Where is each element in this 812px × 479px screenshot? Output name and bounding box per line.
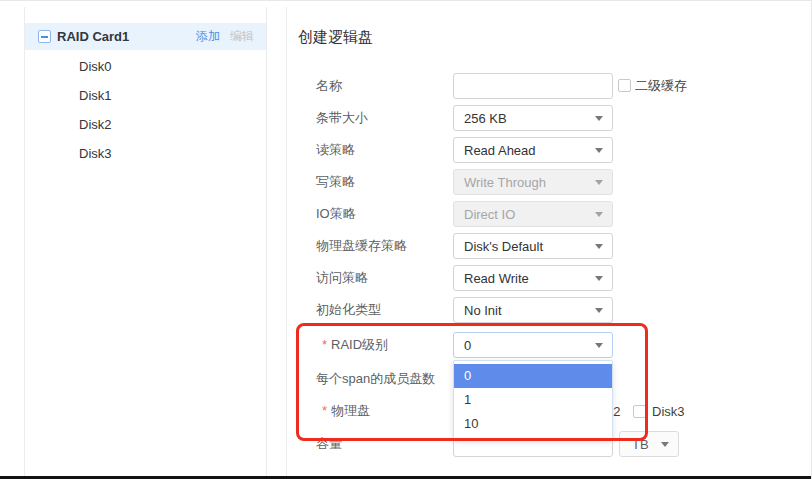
chevron-down-icon [595,116,603,121]
chevron-down-icon [595,308,603,313]
chevron-down-icon [595,148,603,153]
io-policy-row: IO策略 Direct IO [287,201,811,227]
chevron-down-icon [595,180,603,185]
physical-disks-label: *物理盘 [322,402,370,420]
page-title: 创建逻辑盘 [298,28,373,47]
read-policy-select[interactable]: Read Ahead [453,137,613,163]
raid-level-value: 0 [464,338,471,353]
name-row: 名称 二级缓存 [287,73,811,99]
create-logical-disk-panel: 创建逻辑盘 名称 二级缓存 条带大小 256 KB 读策略 Read Ahead [286,7,811,476]
stripe-size-label: 条带大小 [316,109,368,127]
init-type-select[interactable]: No Init [453,297,613,323]
raid-card-actions: 添加 编辑 [196,28,254,45]
physical-disk-option-disk3[interactable]: Disk3 [633,398,685,424]
raid-card-label: RAID Card1 [57,29,129,44]
write-policy-value: Write Through [464,175,546,190]
raid-card-node[interactable]: RAID Card1 添加 编辑 [25,23,266,50]
io-policy-value: Direct IO [464,207,515,222]
disk-cache-policy-select[interactable]: Disk's Default [453,233,613,259]
disk3-checkbox[interactable] [633,405,646,418]
access-policy-value: Read Write [464,271,529,286]
write-policy-row: 写策略 Write Through [287,169,811,195]
raid-level-option-10[interactable]: 10 [454,412,612,436]
sidebar-item-disk1[interactable]: Disk1 [25,81,266,110]
chevron-down-icon [595,244,603,249]
raid-level-option-0[interactable]: 0 [454,364,612,388]
io-policy-label: IO策略 [316,205,356,223]
raid-level-option-1[interactable]: 1 [454,388,612,412]
raid-level-select[interactable]: 0 [453,332,613,358]
access-policy-row: 访问策略 Read Write [287,265,811,291]
init-type-row: 初始化类型 No Init [287,297,811,323]
raid-level-dropdown-list: 0 1 10 [453,360,613,440]
read-policy-value: Read Ahead [464,143,536,158]
device-tree-sidebar: RAID Card1 添加 编辑 Disk0 Disk1 Disk2 Disk3 [24,7,267,476]
disk-cache-policy-value: Disk's Default [464,239,543,254]
access-policy-select[interactable]: Read Write [453,265,613,291]
io-policy-select: Direct IO [453,201,613,227]
raid-management-screen: RAID Card1 添加 编辑 Disk0 Disk1 Disk2 Disk3… [0,0,812,479]
chevron-down-icon [595,343,603,348]
stripe-size-select[interactable]: 256 KB [453,105,613,131]
chevron-down-icon [595,276,603,281]
stripe-size-value: 256 KB [464,111,507,126]
write-policy-select: Write Through [453,169,613,195]
write-policy-label: 写策略 [316,173,355,191]
capacity-unit-value: TB [632,437,649,452]
edit-link[interactable]: 编辑 [230,28,254,45]
add-link[interactable]: 添加 [196,28,220,45]
collapse-minus-icon[interactable] [38,30,51,43]
name-label: 名称 [316,77,342,95]
disk-cache-policy-row: 物理盘缓存策略 Disk's Default [287,233,811,259]
disk3-option-label: Disk3 [652,404,685,419]
sidebar-item-disk0[interactable]: Disk0 [25,52,266,81]
access-policy-label: 访问策略 [316,269,368,287]
sidebar-item-disk2[interactable]: Disk2 [25,110,266,139]
required-asterisk: * [322,337,327,352]
sidebar-item-disk3[interactable]: Disk3 [25,139,266,168]
stripe-size-row: 条带大小 256 KB [287,105,811,131]
chevron-down-icon [661,442,669,447]
raid-level-row: *RAID级别 0 [287,332,811,358]
name-input[interactable] [453,73,613,99]
span-member-disks-label: 每个span的成员盘数 [316,370,435,388]
chevron-down-icon [595,212,603,217]
required-asterisk: * [322,403,327,418]
init-type-label: 初始化类型 [316,301,381,319]
read-policy-label: 读策略 [316,141,355,159]
read-policy-row: 读策略 Read Ahead [287,137,811,163]
init-type-value: No Init [464,303,502,318]
secondary-cache-label: 二级缓存 [635,77,687,95]
capacity-unit-select: TB [619,431,679,457]
secondary-cache-checkbox[interactable] [618,79,631,92]
raid-level-label: *RAID级别 [322,336,388,354]
capacity-label: 容量 [316,435,342,453]
disk-cache-policy-label: 物理盘缓存策略 [316,237,407,255]
